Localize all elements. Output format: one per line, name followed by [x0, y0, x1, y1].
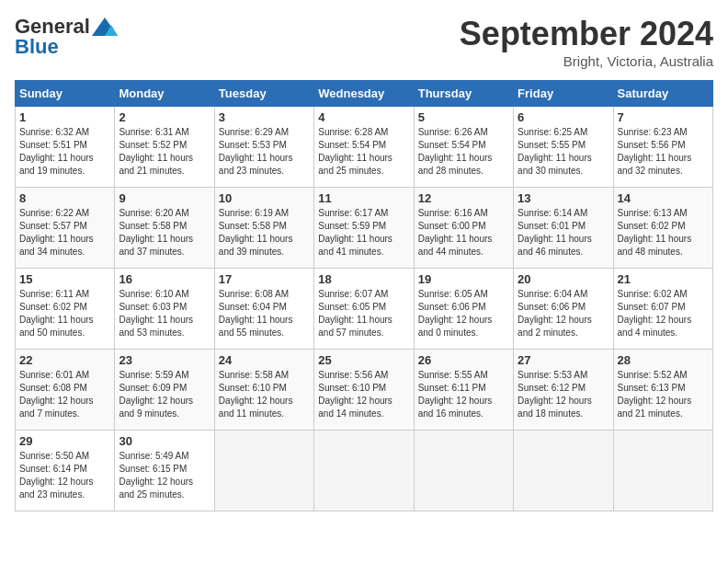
day-info: Sunrise: 6:05 AMSunset: 6:06 PMDaylight:…	[418, 288, 509, 339]
day-number: 26	[418, 353, 509, 367]
day-info: Sunrise: 6:02 AMSunset: 6:07 PMDaylight:…	[618, 288, 709, 339]
day-info: Sunrise: 6:32 AMSunset: 5:51 PMDaylight:…	[19, 126, 110, 178]
day-number: 29	[19, 434, 110, 448]
day-number: 5	[418, 110, 509, 124]
calendar-cell: 3Sunrise: 6:29 AMSunset: 5:53 PMDaylight…	[214, 107, 313, 188]
day-number: 8	[19, 191, 110, 205]
day-number: 23	[119, 353, 210, 367]
calendar-week-row: 1Sunrise: 6:32 AMSunset: 5:51 PMDaylight…	[16, 107, 713, 188]
day-number: 21	[618, 272, 709, 286]
day-info: Sunrise: 5:52 AMSunset: 6:13 PMDaylight:…	[618, 369, 709, 420]
calendar-cell: 17Sunrise: 6:08 AMSunset: 6:04 PMDayligh…	[214, 269, 313, 350]
day-info: Sunrise: 5:53 AMSunset: 6:12 PMDaylight:…	[518, 369, 609, 420]
calendar-cell: 20Sunrise: 6:04 AMSunset: 6:06 PMDayligh…	[514, 269, 613, 350]
day-number: 19	[418, 272, 509, 286]
day-info: Sunrise: 5:49 AMSunset: 6:15 PMDaylight:…	[119, 450, 210, 501]
calendar-cell: 14Sunrise: 6:13 AMSunset: 6:02 PMDayligh…	[613, 188, 712, 269]
title-block: September 2024 Bright, Victoria, Austral…	[460, 15, 713, 69]
day-info: Sunrise: 6:08 AMSunset: 6:04 PMDaylight:…	[219, 288, 310, 339]
day-number: 6	[518, 110, 609, 124]
day-info: Sunrise: 6:10 AMSunset: 6:03 PMDaylight:…	[119, 288, 210, 339]
day-number: 30	[119, 434, 210, 448]
day-info: Sunrise: 6:25 AMSunset: 5:55 PMDaylight:…	[518, 126, 609, 178]
day-info: Sunrise: 6:17 AMSunset: 5:59 PMDaylight:…	[318, 207, 409, 259]
calendar-cell: 7Sunrise: 6:23 AMSunset: 5:56 PMDaylight…	[613, 107, 712, 188]
day-info: Sunrise: 6:14 AMSunset: 6:01 PMDaylight:…	[518, 207, 609, 259]
calendar-cell: 23Sunrise: 5:59 AMSunset: 6:09 PMDayligh…	[115, 350, 214, 431]
day-number: 3	[219, 110, 310, 124]
location: Bright, Victoria, Australia	[460, 53, 713, 69]
day-number: 20	[518, 272, 609, 286]
day-info: Sunrise: 6:22 AMSunset: 5:57 PMDaylight:…	[19, 207, 110, 259]
day-info: Sunrise: 6:01 AMSunset: 6:08 PMDaylight:…	[19, 369, 110, 420]
day-info: Sunrise: 6:20 AMSunset: 5:58 PMDaylight:…	[119, 207, 210, 259]
calendar-cell: 22Sunrise: 6:01 AMSunset: 6:08 PMDayligh…	[16, 350, 115, 431]
day-number: 14	[618, 191, 709, 205]
day-info: Sunrise: 5:58 AMSunset: 6:10 PMDaylight:…	[219, 369, 310, 420]
calendar-cell: 25Sunrise: 5:56 AMSunset: 6:10 PMDayligh…	[314, 350, 414, 431]
day-number: 18	[318, 272, 409, 286]
day-info: Sunrise: 6:13 AMSunset: 6:02 PMDaylight:…	[618, 207, 709, 259]
day-number: 7	[618, 110, 709, 124]
logo: General Blue	[15, 15, 118, 59]
calendar-cell: 6Sunrise: 6:25 AMSunset: 5:55 PMDaylight…	[514, 107, 613, 188]
header-saturday: Saturday	[613, 81, 712, 107]
calendar-cell: 15Sunrise: 6:11 AMSunset: 6:02 PMDayligh…	[16, 269, 115, 350]
day-info: Sunrise: 6:07 AMSunset: 6:05 PMDaylight:…	[318, 288, 409, 339]
calendar-cell: 8Sunrise: 6:22 AMSunset: 5:57 PMDaylight…	[16, 188, 115, 269]
day-number: 11	[318, 191, 409, 205]
calendar-cell	[414, 431, 513, 511]
calendar-cell: 4Sunrise: 6:28 AMSunset: 5:54 PMDaylight…	[314, 107, 414, 188]
calendar-week-row: 8Sunrise: 6:22 AMSunset: 5:57 PMDaylight…	[16, 188, 713, 269]
calendar-cell: 24Sunrise: 5:58 AMSunset: 6:10 PMDayligh…	[214, 350, 313, 431]
day-info: Sunrise: 6:28 AMSunset: 5:54 PMDaylight:…	[318, 126, 409, 178]
day-info: Sunrise: 6:19 AMSunset: 5:58 PMDaylight:…	[219, 207, 310, 259]
day-number: 15	[19, 272, 110, 286]
calendar-cell: 26Sunrise: 5:55 AMSunset: 6:11 PMDayligh…	[414, 350, 513, 431]
day-info: Sunrise: 5:59 AMSunset: 6:09 PMDaylight:…	[119, 369, 210, 420]
calendar-cell: 16Sunrise: 6:10 AMSunset: 6:03 PMDayligh…	[115, 269, 214, 350]
calendar-week-row: 29Sunrise: 5:50 AMSunset: 6:14 PMDayligh…	[16, 431, 713, 511]
day-number: 25	[318, 353, 409, 367]
calendar-week-row: 15Sunrise: 6:11 AMSunset: 6:02 PMDayligh…	[16, 269, 713, 350]
day-info: Sunrise: 6:23 AMSunset: 5:56 PMDaylight:…	[618, 126, 709, 178]
calendar-cell	[314, 431, 414, 511]
calendar-cell: 30Sunrise: 5:49 AMSunset: 6:15 PMDayligh…	[115, 431, 214, 511]
day-info: Sunrise: 6:26 AMSunset: 5:54 PMDaylight:…	[418, 126, 509, 178]
day-info: Sunrise: 6:11 AMSunset: 6:02 PMDaylight:…	[19, 288, 110, 339]
day-info: Sunrise: 6:16 AMSunset: 6:00 PMDaylight:…	[418, 207, 509, 259]
page-header: General Blue September 2024 Bright, Vict…	[15, 15, 713, 69]
calendar-cell: 13Sunrise: 6:14 AMSunset: 6:01 PMDayligh…	[514, 188, 613, 269]
day-info: Sunrise: 6:29 AMSunset: 5:53 PMDaylight:…	[219, 126, 310, 178]
header-sunday: Sunday	[16, 81, 115, 107]
calendar-cell: 27Sunrise: 5:53 AMSunset: 6:12 PMDayligh…	[514, 350, 613, 431]
calendar-cell: 28Sunrise: 5:52 AMSunset: 6:13 PMDayligh…	[613, 350, 712, 431]
day-number: 9	[119, 191, 210, 205]
day-info: Sunrise: 5:50 AMSunset: 6:14 PMDaylight:…	[19, 450, 110, 501]
day-info: Sunrise: 5:56 AMSunset: 6:10 PMDaylight:…	[318, 369, 409, 420]
day-number: 17	[219, 272, 310, 286]
month-title: September 2024	[460, 15, 713, 53]
calendar-cell: 10Sunrise: 6:19 AMSunset: 5:58 PMDayligh…	[214, 188, 313, 269]
calendar-table: SundayMondayTuesdayWednesdayThursdayFrid…	[15, 80, 713, 511]
day-number: 2	[119, 110, 210, 124]
calendar-cell: 2Sunrise: 6:31 AMSunset: 5:52 PMDaylight…	[115, 107, 214, 188]
day-info: Sunrise: 6:04 AMSunset: 6:06 PMDaylight:…	[518, 288, 609, 339]
day-number: 10	[219, 191, 310, 205]
calendar-cell: 12Sunrise: 6:16 AMSunset: 6:00 PMDayligh…	[414, 188, 513, 269]
day-info: Sunrise: 6:31 AMSunset: 5:52 PMDaylight:…	[119, 126, 210, 178]
calendar-cell	[214, 431, 313, 511]
day-number: 4	[318, 110, 409, 124]
day-number: 22	[19, 353, 110, 367]
calendar-cell: 11Sunrise: 6:17 AMSunset: 5:59 PMDayligh…	[314, 188, 414, 269]
day-number: 1	[19, 110, 110, 124]
calendar-cell: 18Sunrise: 6:07 AMSunset: 6:05 PMDayligh…	[314, 269, 414, 350]
calendar-cell: 5Sunrise: 6:26 AMSunset: 5:54 PMDaylight…	[414, 107, 513, 188]
day-number: 12	[418, 191, 509, 205]
logo-icon	[92, 17, 118, 36]
calendar-cell: 9Sunrise: 6:20 AMSunset: 5:58 PMDaylight…	[115, 188, 214, 269]
header-wednesday: Wednesday	[314, 81, 414, 107]
header-monday: Monday	[115, 81, 214, 107]
header-friday: Friday	[514, 81, 613, 107]
calendar-week-row: 22Sunrise: 6:01 AMSunset: 6:08 PMDayligh…	[16, 350, 713, 431]
